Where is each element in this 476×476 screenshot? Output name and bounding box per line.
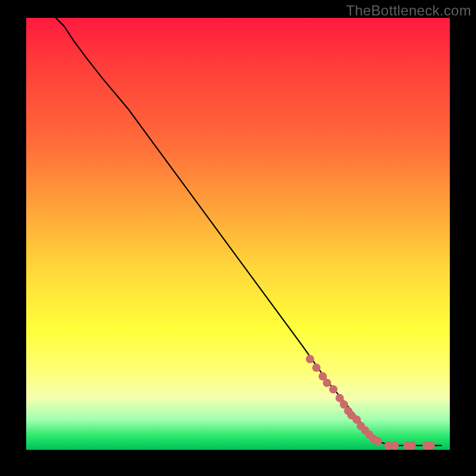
- data-point: [408, 441, 416, 450]
- chart-frame: TheBottleneck.com: [0, 0, 476, 476]
- data-point: [390, 441, 399, 450]
- data-point: [306, 355, 314, 364]
- chart-svg: [26, 18, 450, 450]
- data-point: [427, 441, 435, 450]
- points-layer: [306, 355, 435, 450]
- bottleneck-curve: [56, 18, 441, 446]
- plot-area: [26, 18, 450, 450]
- data-point: [329, 385, 337, 393]
- data-point: [312, 364, 321, 372]
- data-point: [323, 378, 331, 387]
- data-point: [374, 437, 382, 445]
- watermark-text: TheBottleneck.com: [346, 2, 471, 19]
- curve-layer: [56, 18, 441, 446]
